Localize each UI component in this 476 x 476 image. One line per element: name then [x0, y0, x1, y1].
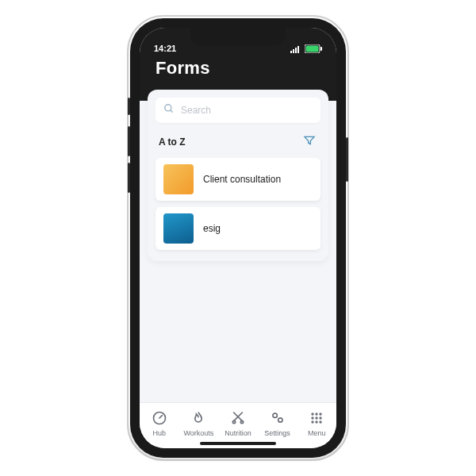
svg-line-8: [171, 110, 173, 113]
tab-settings[interactable]: Settings: [260, 410, 295, 437]
svg-rect-6: [321, 47, 322, 51]
status-time: 14:21: [154, 44, 176, 53]
forms-list: Client consultationesig: [155, 158, 321, 250]
form-thumbnail: [163, 164, 194, 194]
tab-menu[interactable]: Menu: [299, 410, 334, 437]
screen: 14:21 Forms A to Z: [140, 28, 336, 448]
tab-nutrition[interactable]: Nutrition: [221, 410, 255, 437]
svg-rect-1: [293, 49, 294, 53]
phone-frame: 14:21 Forms A to Z: [130, 18, 346, 458]
page-title: Forms: [155, 58, 321, 79]
svg-rect-3: [298, 46, 299, 53]
flame-icon: [190, 410, 206, 428]
svg-point-20: [312, 420, 314, 423]
section-header: A to Z: [155, 123, 321, 158]
svg-point-13: [278, 417, 282, 421]
svg-point-10: [232, 420, 235, 423]
filter-icon: [303, 134, 316, 150]
tab-label: Nutrition: [225, 429, 251, 437]
svg-rect-0: [290, 51, 292, 53]
tab-hub[interactable]: Hub: [142, 410, 177, 437]
grid-icon: [309, 410, 324, 428]
form-title: esig: [203, 223, 221, 234]
form-title: Client consultation: [203, 174, 281, 185]
home-indicator[interactable]: [200, 442, 276, 445]
svg-point-7: [165, 105, 171, 111]
gauge-icon: [152, 410, 167, 428]
form-card[interactable]: Client consultation: [155, 158, 321, 201]
tab-label: Hub: [153, 429, 167, 437]
svg-rect-5: [306, 46, 319, 52]
svg-point-16: [320, 413, 322, 415]
gear-icon: [270, 410, 286, 428]
svg-point-17: [312, 416, 314, 419]
search-icon: [163, 103, 175, 117]
svg-point-19: [320, 416, 322, 419]
svg-point-11: [240, 420, 243, 423]
notch: [190, 28, 286, 45]
volume-down-button: [128, 163, 130, 193]
section-heading: A to Z: [159, 136, 186, 148]
utensils-icon: [230, 410, 246, 428]
tab-label: Settings: [264, 429, 290, 437]
tab-label: Workouts: [183, 429, 213, 437]
status-indicators: [290, 44, 322, 53]
volume-up-button: [128, 126, 130, 156]
content-panel: A to Z Client consultationesig: [148, 90, 328, 261]
svg-rect-2: [295, 48, 297, 53]
svg-point-15: [316, 413, 318, 415]
mute-switch: [128, 98, 130, 115]
search-input[interactable]: [181, 105, 313, 116]
form-thumbnail: [163, 213, 194, 244]
signal-icon: [290, 45, 301, 53]
tab-workouts[interactable]: Workouts: [181, 410, 216, 437]
tab-label: Menu: [308, 429, 326, 437]
svg-point-18: [316, 416, 318, 419]
svg-point-22: [320, 420, 322, 423]
battery-icon: [305, 44, 322, 53]
search-field[interactable]: [155, 98, 321, 123]
svg-point-14: [312, 413, 314, 415]
filter-button[interactable]: [301, 134, 317, 150]
svg-point-21: [316, 420, 318, 423]
form-card[interactable]: esig: [155, 207, 321, 250]
power-button: [346, 137, 348, 182]
